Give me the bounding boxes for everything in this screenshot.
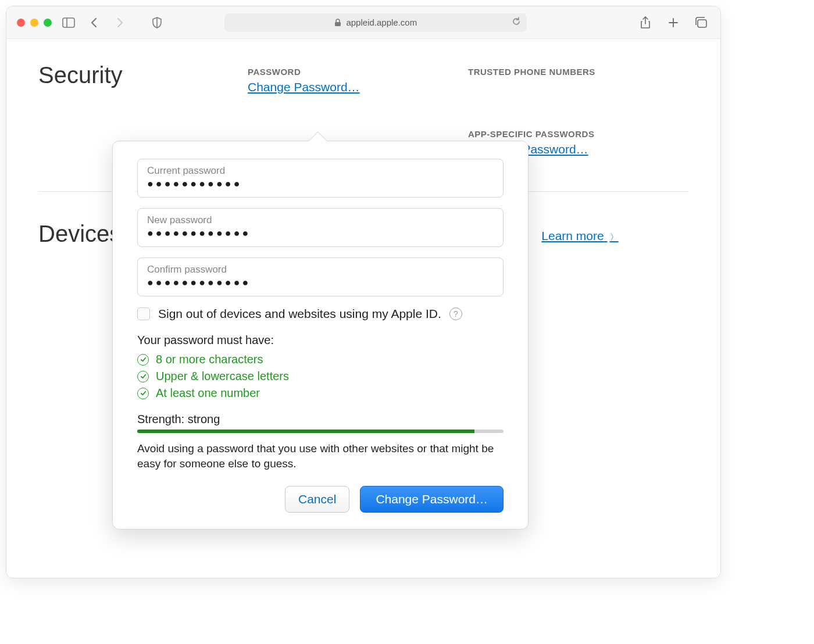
strength-meter-fill <box>137 430 474 433</box>
page-content: Security PASSWORD Change Password… TRUST… <box>6 39 720 578</box>
signout-devices-label: Sign out of devices and websites using m… <box>158 307 441 321</box>
requirements-heading: Your password must have: <box>137 334 504 347</box>
current-password-value: ●●●●●●●●●●● <box>147 178 494 190</box>
learn-more-link[interactable]: Learn more 〉 <box>541 229 618 243</box>
safari-window: appleid.apple.com Security PASSWORD <box>6 6 721 578</box>
maximize-window-button[interactable] <box>44 19 52 27</box>
requirement-text: At least one number <box>156 387 260 400</box>
password-advice: Avoid using a password that you use with… <box>137 441 504 471</box>
close-window-button[interactable] <box>17 19 25 27</box>
minimize-window-button[interactable] <box>30 19 38 27</box>
svg-rect-6 <box>698 20 706 27</box>
privacy-report-icon[interactable] <box>148 14 166 31</box>
tabs-overview-icon[interactable] <box>692 14 710 31</box>
confirm-password-field[interactable]: Confirm password ●●●●●●●●●●●● <box>137 257 504 296</box>
share-icon[interactable] <box>637 14 654 31</box>
requirement-text: 8 or more characters <box>156 353 263 366</box>
current-password-field[interactable]: Current password ●●●●●●●●●●● <box>137 159 504 198</box>
cancel-button[interactable]: Cancel <box>285 486 349 513</box>
reload-button[interactable] <box>512 17 521 28</box>
sidebar-toggle-icon[interactable] <box>60 14 77 31</box>
back-button[interactable] <box>85 14 103 31</box>
new-tab-icon[interactable] <box>665 14 682 31</box>
new-password-value: ●●●●●●●●●●●● <box>147 227 494 239</box>
requirement-item: At least one number <box>137 387 504 400</box>
svg-rect-0 <box>63 18 74 27</box>
check-circle-icon <box>137 371 149 382</box>
forward-button[interactable] <box>111 14 128 31</box>
requirement-item: 8 or more characters <box>137 353 504 366</box>
strength-label: Strength: strong <box>137 413 504 426</box>
requirement-text: Upper & lowercase letters <box>156 370 289 383</box>
learn-more-text: Learn more <box>541 229 604 242</box>
app-specific-passwords-label: APP-SPECIFIC PASSWORDS <box>468 129 688 139</box>
signout-devices-checkbox[interactable] <box>137 307 150 320</box>
lock-icon <box>334 19 341 27</box>
new-password-label: New password <box>147 214 494 226</box>
url-text: appleid.apple.com <box>346 17 417 27</box>
current-password-label: Current password <box>147 165 494 177</box>
change-password-popover: Current password ●●●●●●●●●●● New passwor… <box>112 141 529 529</box>
change-password-button[interactable]: Change Password… <box>360 486 504 513</box>
change-password-link[interactable]: Change Password… <box>248 80 360 94</box>
security-heading: Security <box>38 62 248 88</box>
confirm-password-value: ●●●●●●●●●●●● <box>147 277 494 289</box>
requirement-item: Upper & lowercase letters <box>137 370 504 383</box>
check-circle-icon <box>137 354 149 366</box>
password-section-label: PASSWORD <box>248 67 468 77</box>
url-bar[interactable]: appleid.apple.com <box>224 13 527 32</box>
window-controls <box>17 19 52 27</box>
chevron-right-icon: 〉 <box>610 232 619 242</box>
strength-meter <box>137 430 504 433</box>
check-circle-icon <box>137 388 149 399</box>
new-password-field[interactable]: New password ●●●●●●●●●●●● <box>137 208 504 247</box>
titlebar: appleid.apple.com <box>6 6 720 39</box>
trusted-numbers-label: TRUSTED PHONE NUMBERS <box>468 67 688 77</box>
confirm-password-label: Confirm password <box>147 264 494 276</box>
help-icon[interactable]: ? <box>449 307 462 320</box>
svg-rect-3 <box>335 22 341 26</box>
